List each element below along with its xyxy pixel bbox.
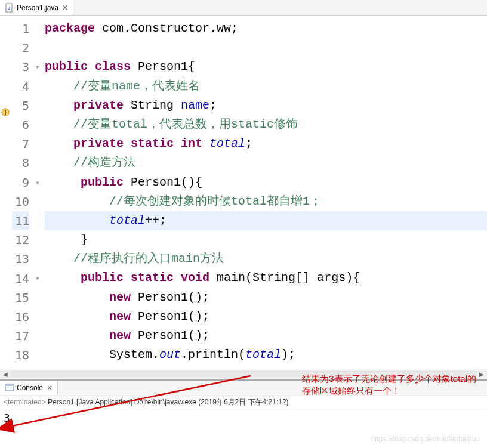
scroll-right-icon[interactable]: ▶ — [476, 369, 487, 379]
file-tab[interactable]: J Person1.java ✕ — [0, 0, 73, 15]
fold-toggle — [33, 230, 42, 249]
code-line[interactable]: //变量total，代表总数，用static修饰 — [45, 115, 487, 134]
line-number-gutter: 123456789101112131415161718 — [12, 16, 33, 369]
line-number: 12 — [12, 230, 29, 249]
terminated-label: <terminated> — [4, 398, 46, 406]
fold-toggle — [33, 96, 42, 115]
code-editor[interactable]: 123456789101112131415161718 ▾▾▾ package … — [0, 16, 487, 369]
line-number: 2 — [12, 38, 29, 57]
annotation-line-2: 存储区域始终只有一个！ — [302, 385, 476, 397]
tab-filename: Person1.java — [17, 4, 58, 12]
svg-rect-3 — [5, 110, 6, 113]
line-number: 18 — [12, 345, 29, 364]
fold-toggle — [33, 153, 42, 172]
line-number: 14 — [12, 269, 29, 288]
code-line[interactable]: //每次创建对象的时候total都自增1； — [45, 192, 487, 211]
console-tab-label: Console — [17, 384, 43, 392]
svg-rect-4 — [5, 113, 6, 115]
editor-tab-bar: J Person1.java ✕ — [0, 0, 487, 16]
line-number: 11 — [12, 211, 29, 230]
fold-toggle — [33, 19, 42, 38]
code-line[interactable] — [45, 38, 487, 57]
tab-close-icon[interactable]: ✕ — [62, 4, 68, 12]
line-number: 13 — [12, 249, 29, 268]
code-line[interactable]: public class Person1{ — [45, 57, 487, 76]
code-line[interactable]: new Person1(); — [45, 326, 487, 345]
watermark: https://blog.csdn.net/ruidianbaihuo — [371, 435, 480, 443]
line-number: 4 — [12, 77, 29, 96]
code-line[interactable]: public static void main(String[] args){ — [45, 268, 487, 288]
line-number: 15 — [12, 288, 29, 307]
svg-rect-8 — [5, 384, 14, 386]
marker-gutter — [0, 16, 12, 369]
fold-gutter: ▾▾▾ — [33, 16, 42, 369]
warning-icon — [1, 108, 10, 116]
fold-toggle — [33, 115, 42, 134]
line-number: 8 — [12, 153, 29, 172]
console-icon — [5, 383, 14, 393]
annotation-line-1: 结果为3表示了无论创建了多少个对象total的 — [302, 373, 476, 385]
line-number: 17 — [12, 326, 29, 345]
fold-toggle[interactable]: ▾ — [33, 268, 42, 288]
code-line[interactable]: private static int total; — [45, 134, 487, 153]
fold-toggle — [33, 192, 42, 211]
code-line[interactable]: package com.Constructor.ww; — [45, 19, 487, 38]
code-line[interactable]: public Person1(){ — [45, 173, 487, 192]
fold-toggle[interactable]: ▾ — [33, 173, 42, 192]
svg-text:J: J — [8, 5, 10, 11]
line-number: 7 — [12, 134, 29, 153]
console-output[interactable]: 3 — [0, 409, 487, 427]
code-content[interactable]: package com.Constructor.ww; public class… — [42, 16, 487, 369]
code-line[interactable]: //变量name，代表姓名 — [45, 77, 487, 96]
code-line[interactable]: //程序执行的入口main方法 — [45, 249, 487, 268]
fold-toggle[interactable]: ▾ — [33, 57, 42, 76]
annotation-text: 结果为3表示了无论创建了多少个对象total的 存储区域始终只有一个！ — [302, 373, 476, 397]
code-line[interactable]: total++; — [45, 211, 487, 230]
fold-toggle — [33, 326, 42, 345]
line-number: 9 — [12, 173, 29, 192]
line-number: 3 — [12, 57, 29, 76]
fold-toggle — [33, 77, 42, 96]
java-file-icon: J — [5, 3, 14, 13]
code-line[interactable]: System.out.println(total); — [45, 345, 487, 364]
console-status: <terminated> Person1 [Java Application] … — [0, 396, 487, 409]
line-number: 6 — [12, 115, 29, 134]
console-tab[interactable]: Console ✕ — [0, 381, 58, 394]
line-number: 5 — [12, 96, 29, 115]
code-line[interactable]: new Person1(); — [45, 307, 487, 326]
fold-toggle — [33, 211, 42, 230]
fold-toggle — [33, 288, 42, 307]
line-number: 16 — [12, 307, 29, 326]
code-line[interactable]: new Person1(); — [45, 288, 487, 307]
line-number: 1 — [12, 19, 29, 38]
code-line[interactable]: private String name; — [45, 96, 487, 115]
code-line[interactable]: } — [45, 230, 487, 249]
fold-toggle — [33, 249, 42, 268]
scroll-left-icon[interactable]: ◀ — [0, 369, 11, 379]
code-line[interactable]: //构造方法 — [45, 153, 487, 172]
fold-toggle — [33, 38, 42, 57]
fold-toggle — [33, 134, 42, 153]
line-number: 10 — [12, 192, 29, 211]
console-tab-close-icon[interactable]: ✕ — [47, 384, 53, 392]
fold-toggle — [33, 307, 42, 326]
launch-config-text: Person1 [Java Application] D:\jre\bin\ja… — [46, 398, 289, 406]
fold-toggle — [33, 345, 42, 364]
